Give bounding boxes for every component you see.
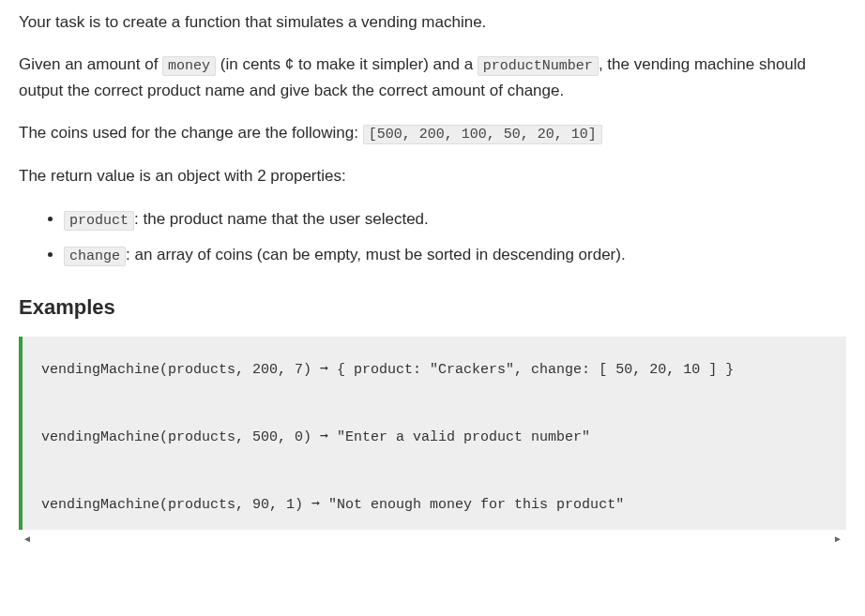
code-change-prop: change xyxy=(64,247,126,266)
list-item: change: an array of coins (can be empty,… xyxy=(64,242,846,268)
text-fragment: : the product name that the user selecte… xyxy=(134,210,429,228)
text-fragment: : an array of coins (can be empty, must … xyxy=(126,246,626,263)
examples-code-block[interactable]: vendingMachine(products, 200, 7) ➞ { pro… xyxy=(19,337,846,530)
scroll-indicator: ◄ ► xyxy=(19,530,846,547)
list-item: product: the product name that the user … xyxy=(64,206,846,233)
scroll-right-icon: ► xyxy=(833,532,842,547)
code-money: money xyxy=(162,56,216,76)
scroll-left-icon: ◄ xyxy=(23,532,32,547)
paragraph-intro: Your task is to create a function that s… xyxy=(19,9,846,35)
code-product-number: productNumber xyxy=(478,56,599,76)
text-fragment: The coins used for the change are the fo… xyxy=(19,124,363,142)
text-fragment: (in cents ¢ to make it simpler) and a xyxy=(216,55,478,73)
code-product-prop: product xyxy=(64,211,134,231)
code-block-wrapper: vendingMachine(products, 200, 7) ➞ { pro… xyxy=(19,337,846,547)
code-coins-array: [500, 200, 100, 50, 20, 10] xyxy=(363,125,602,144)
paragraph-return: The return value is an object with 2 pro… xyxy=(19,163,846,188)
text-fragment: Given an amount of xyxy=(19,55,162,73)
paragraph-given: Given an amount of money (in cents ¢ to … xyxy=(19,52,846,103)
examples-heading: Examples xyxy=(19,291,846,323)
paragraph-coins: The coins used for the change are the fo… xyxy=(19,120,846,146)
properties-list: product: the product name that the user … xyxy=(19,206,846,268)
